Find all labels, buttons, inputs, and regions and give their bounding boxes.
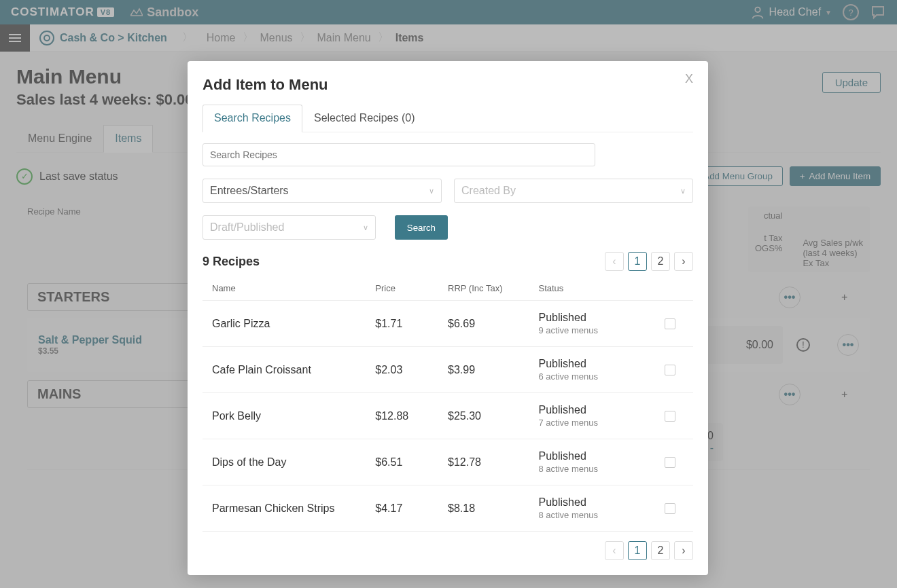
status-select[interactable]: Draft/Published ∨: [203, 215, 376, 240]
results-count: 9 Recipes: [203, 255, 260, 269]
table-row: Pork Belly $12.88 $25.30 Published7 acti…: [203, 393, 693, 439]
column-rrp: RRP (Inc Tax): [448, 283, 538, 293]
tab-selected-recipes[interactable]: Selected Recipes (0): [302, 105, 427, 132]
search-button[interactable]: Search: [395, 215, 448, 240]
row-checkbox[interactable]: [665, 457, 675, 468]
category-select[interactable]: Entrees/Starters ∨: [203, 179, 442, 203]
close-icon[interactable]: X: [685, 72, 693, 86]
pager-top: ‹ 1 2 ›: [605, 252, 693, 271]
column-name: Name: [212, 283, 375, 293]
pager-page-1[interactable]: 1: [628, 541, 647, 560]
pager-page-2[interactable]: 2: [651, 541, 670, 560]
pager-page-2[interactable]: 2: [651, 252, 670, 271]
chevron-down-icon: ∨: [429, 187, 434, 196]
row-checkbox[interactable]: [665, 503, 675, 514]
table-row: Parmesan Chicken Strips $4.17 $8.18 Publ…: [203, 485, 693, 532]
pager-prev[interactable]: ‹: [605, 252, 624, 271]
column-price: Price: [375, 283, 448, 293]
pager-prev[interactable]: ‹: [605, 541, 624, 560]
table-row: Dips of the Day $6.51 $12.78 Published8 …: [203, 439, 693, 485]
pager-bottom: ‹ 1 2 ›: [203, 541, 693, 560]
modal-tabs: Search Recipes Selected Recipes (0): [203, 105, 693, 132]
search-input[interactable]: [203, 143, 595, 166]
pager-next[interactable]: ›: [674, 541, 693, 560]
pager-next[interactable]: ›: [674, 252, 693, 271]
modal-title: Add Item to Menu: [203, 76, 693, 94]
column-status: Status: [539, 283, 657, 293]
table-row: Garlic Pizza $1.71 $6.69 Published9 acti…: [203, 301, 693, 347]
chevron-down-icon: ∨: [680, 187, 686, 196]
chevron-down-icon: ∨: [363, 223, 368, 232]
row-checkbox[interactable]: [665, 411, 675, 422]
created-by-select[interactable]: Created By ∨: [454, 179, 693, 203]
table-row: Cafe Plain Croissant $2.03 $3.99 Publish…: [203, 347, 693, 393]
row-checkbox[interactable]: [665, 318, 675, 329]
results-table: Name Price RRP (Inc Tax) Status Garlic P…: [203, 276, 693, 532]
pager-page-1[interactable]: 1: [628, 252, 647, 271]
tab-search-recipes[interactable]: Search Recipes: [203, 105, 302, 132]
row-checkbox[interactable]: [665, 365, 675, 375]
add-item-modal: X Add Item to Menu Search Recipes Select…: [188, 61, 708, 575]
